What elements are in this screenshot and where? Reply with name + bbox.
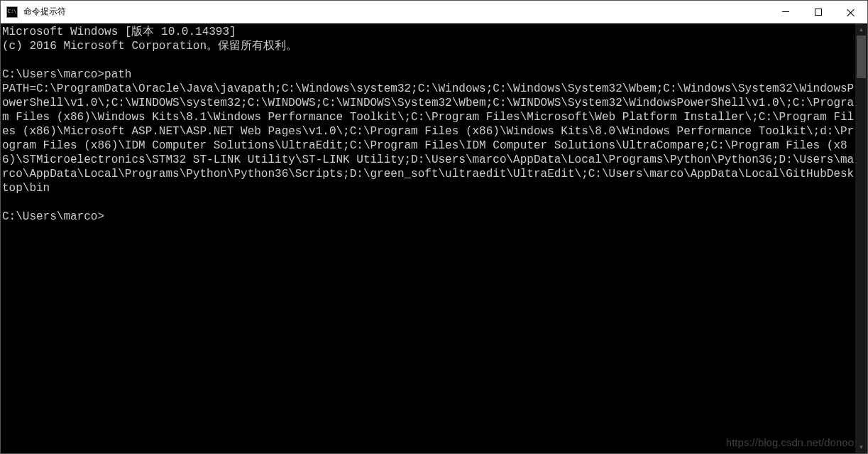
prompt-2: C:\Users\marco>: [2, 210, 104, 223]
cursor: [104, 210, 111, 223]
minimize-icon: [782, 11, 789, 12]
window-controls: [769, 1, 867, 23]
command-prompt-window: C:\ 命令提示符 Microsoft Windows [版本 10.0.143…: [0, 0, 868, 454]
vertical-scrollbar[interactable]: ▲ ▼: [855, 23, 867, 453]
scroll-thumb[interactable]: [857, 36, 866, 78]
titlebar[interactable]: C:\ 命令提示符: [1, 1, 867, 23]
app-icon: C:\: [6, 6, 18, 18]
command-1: path: [104, 68, 131, 81]
maximize-icon: [815, 9, 822, 16]
app-icon-text: C:\: [8, 9, 17, 14]
copyright-line: (c) 2016 Microsoft Corporation。保留所有权利。: [2, 40, 297, 53]
scroll-track[interactable]: [855, 36, 867, 441]
close-button[interactable]: [835, 1, 867, 23]
close-icon: [847, 8, 855, 16]
maximize-button[interactable]: [802, 1, 835, 23]
scroll-down-arrow-icon[interactable]: ▼: [855, 441, 867, 453]
minimize-button[interactable]: [769, 1, 802, 23]
path-output: PATH=C:\ProgramData\Oracle\Java\javapath…: [2, 82, 854, 195]
prompt-1: C:\Users\marco>: [2, 68, 104, 81]
terminal-container: Microsoft Windows [版本 10.0.14393] (c) 20…: [1, 23, 867, 453]
window-title: 命令提示符: [23, 6, 769, 18]
version-line: Microsoft Windows [版本 10.0.14393]: [2, 26, 236, 38]
terminal-output[interactable]: Microsoft Windows [版本 10.0.14393] (c) 20…: [1, 23, 855, 453]
scroll-up-arrow-icon[interactable]: ▲: [855, 23, 867, 36]
